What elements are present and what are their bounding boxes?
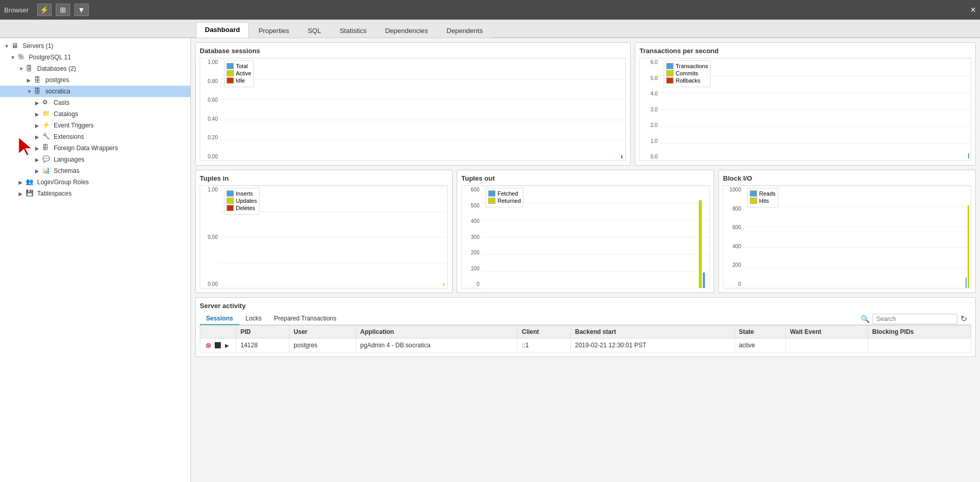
- legend-fetched: Fetched: [488, 190, 521, 197]
- arrow-icon: ▶: [19, 191, 26, 197]
- row-wait-event: [785, 339, 867, 352]
- postgres-label: postgres: [45, 76, 69, 84]
- col-wait-event: Wait Event: [785, 326, 867, 339]
- extensions-icon: 🔧: [42, 133, 52, 141]
- block-io-spike-hits: [968, 205, 969, 288]
- tab-dashboard[interactable]: Dashboard: [196, 22, 249, 38]
- row-state: active: [734, 339, 785, 352]
- charts-row-1: Database sessions 1.00 0.80 0.60 0.40 0.…: [195, 42, 976, 166]
- square-btn[interactable]: [215, 342, 221, 348]
- legend-returned: Returned: [488, 198, 521, 204]
- tuples-out-spike-returned: [699, 200, 702, 288]
- sessions-table: PID User Application Client Backend star…: [200, 325, 971, 352]
- tab-statistics[interactable]: Statistics: [331, 23, 375, 38]
- legend-idle: Idle: [227, 77, 251, 84]
- legend-color-commits: [666, 70, 673, 76]
- sidebar-item-databases[interactable]: ▼ 🗄 Databases (2): [0, 63, 190, 74]
- tab-dependents[interactable]: Dependents: [438, 23, 491, 38]
- legend-hits: Hits: [750, 198, 776, 204]
- legend-color-active: [227, 70, 234, 76]
- sidebar-item-servers[interactable]: ▼ 🖥 Servers (1): [0, 40, 190, 52]
- legend-color-rollbacks: [666, 77, 673, 84]
- row-actions-cell: ⊗ ▶: [200, 339, 236, 352]
- db-sessions-plot: Total Active Idle: [220, 58, 625, 160]
- tuples-out-title: Tuples out: [461, 174, 710, 182]
- arrow-icon: ▶: [35, 100, 42, 106]
- tuples-out-yaxis: 600 500 400 300 200 100 0: [462, 186, 481, 288]
- stop-btn[interactable]: ⊗: [204, 341, 213, 349]
- trans-per-sec-panel: Transactions per second 6.0 5.0 4.0 3.0 …: [635, 42, 976, 166]
- tuples-in-panel: Tuples in 1.00 0.50 0.00: [195, 170, 453, 293]
- sidebar-item-login-roles[interactable]: ▶ 👥 Login/Group Roles: [0, 176, 190, 188]
- catalogs-icon: 📁: [42, 110, 52, 118]
- tab-dependencies[interactable]: Dependencies: [376, 23, 437, 38]
- filter-btn[interactable]: ▼: [74, 4, 89, 16]
- col-client: Client: [518, 326, 571, 339]
- sidebar-item-schemas[interactable]: ▶ 📊 Schemas: [0, 165, 190, 176]
- tab-properties[interactable]: Properties: [250, 23, 298, 38]
- table-header-row: PID User Application Client Backend star…: [200, 326, 971, 339]
- legend-color-updates: [227, 198, 234, 204]
- sidebar-item-postgresql[interactable]: ▼ 🐘 PostgreSQL 11: [0, 52, 190, 63]
- activity-tab-prepared-transactions[interactable]: Prepared Transactions: [268, 313, 343, 325]
- sidebar-item-catalogs[interactable]: ▶ 📁 Catalogs: [0, 108, 190, 120]
- activity-tab-locks[interactable]: Locks: [239, 313, 268, 325]
- arrow-icon: ▼: [19, 66, 26, 72]
- row-backend-start: 2019-02-21 12:30:01 PST: [571, 339, 734, 352]
- db-icon: 🗄: [26, 65, 35, 73]
- languages-icon: 💬: [42, 155, 52, 164]
- arrow-icon: ▶: [27, 77, 34, 83]
- trans-spike: [968, 153, 969, 158]
- pg-label: PostgreSQL 11: [29, 54, 71, 61]
- col-application: Application: [356, 326, 518, 339]
- login-roles-icon: 👥: [26, 178, 35, 186]
- legend-inserts: Inserts: [227, 190, 257, 197]
- sidebar-item-socratica[interactable]: ▼ 🗄 socratica: [0, 86, 190, 97]
- sidebar-item-foreign-data[interactable]: ▶ 🗄 Foreign Data Wrappers: [0, 142, 190, 154]
- tuples-in-plot: Inserts Updates Deletes: [220, 186, 447, 288]
- table-row: ⊗ ▶ 14128 postgres pgAdmin 4 - DB:socrat…: [200, 339, 971, 352]
- arrow-icon: ▼: [10, 55, 18, 60]
- search-input[interactable]: [876, 315, 954, 323]
- tuples-in-chart: 1.00 0.50 0.00: [200, 185, 448, 288]
- socratica-label: socratica: [45, 88, 70, 95]
- row-pid: 14128: [236, 339, 290, 352]
- tuples-in-title: Tuples in: [200, 174, 448, 182]
- extensions-label: Extensions: [54, 133, 84, 140]
- arrow-icon: ▶: [35, 111, 42, 117]
- sidebar-item-event-triggers[interactable]: ▶ ⚡ Event Triggers: [0, 120, 190, 131]
- col-backend-start: Backend start: [571, 326, 734, 339]
- db-icon: 🗄: [34, 76, 43, 84]
- col-pid: PID: [236, 326, 290, 339]
- sidebar: ▼ 🖥 Servers (1) ▼ 🐘 PostgreSQL 11 ▼ 🗄 Da…: [0, 38, 191, 482]
- tuples-in-yaxis: 1.00 0.50 0.00: [200, 186, 220, 288]
- app-container: Browser ⚡ ⊞ ▼ × Dashboard Properties SQL…: [0, 0, 980, 482]
- event-triggers-label: Event Triggers: [54, 122, 93, 129]
- row-blocking-pids: [868, 339, 971, 352]
- close-btn[interactable]: ×: [970, 5, 976, 15]
- tuples-out-legend: Fetched Returned: [486, 188, 523, 207]
- sidebar-item-languages[interactable]: ▶ 💬 Languages: [0, 154, 190, 165]
- block-io-chart: 1000 800 600 400 200 0: [723, 185, 971, 288]
- play-btn[interactable]: ▶: [223, 341, 231, 349]
- legend-color-reads: [750, 190, 757, 197]
- legend-color-inserts: [227, 190, 234, 197]
- refresh-btn[interactable]: ↻: [960, 314, 967, 324]
- sidebar-item-casts[interactable]: ▶ ⚙ Casts: [0, 97, 190, 108]
- grid-btn[interactable]: ⊞: [56, 4, 70, 16]
- sidebar-item-extensions[interactable]: ▶ 🔧 Extensions: [0, 131, 190, 142]
- content-area: Database sessions 1.00 0.80 0.60 0.40 0.…: [191, 38, 980, 482]
- databases-label: Databases (2): [37, 65, 76, 72]
- row-application: pgAdmin 4 - DB:socratica: [356, 339, 518, 352]
- row-actions: ⊗ ▶: [204, 341, 232, 349]
- sidebar-item-postgres[interactable]: ▶ 🗄 postgres: [0, 74, 190, 86]
- arrow-icon: ▶: [35, 134, 42, 140]
- legend-color-hits: [750, 198, 757, 204]
- search-box: [873, 314, 957, 324]
- sidebar-item-tablespaces[interactable]: ▶ 💾 Tablespaces: [0, 188, 190, 199]
- tab-sql[interactable]: SQL: [299, 23, 330, 38]
- lightning-btn[interactable]: ⚡: [37, 4, 52, 16]
- foreign-data-label: Foreign Data Wrappers: [54, 144, 118, 152]
- activity-tab-sessions[interactable]: Sessions: [200, 313, 239, 325]
- tuples-out-panel: Tuples out 600 500 400 300 200 100 0: [457, 170, 714, 293]
